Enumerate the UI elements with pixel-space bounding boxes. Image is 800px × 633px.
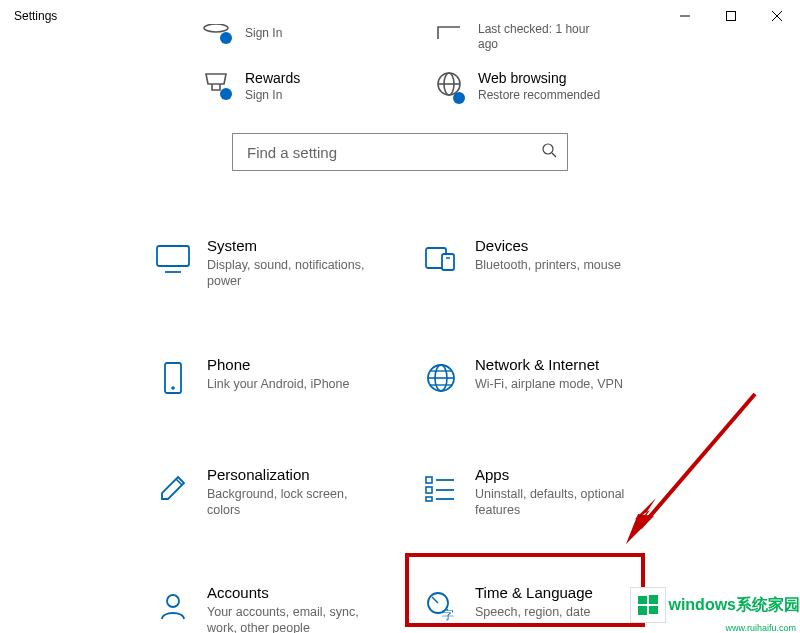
svg-point-8 (543, 144, 553, 154)
network-icon (419, 356, 463, 400)
tile-accounts-title: Accounts (207, 584, 377, 601)
tile-network[interactable]: Network & Internet Wi-Fi, airplane mode,… (413, 352, 681, 404)
svg-point-4 (204, 24, 228, 32)
svg-rect-10 (157, 246, 189, 266)
tile-apps[interactable]: Apps Uninstall, defaults, optional featu… (413, 462, 681, 523)
svg-rect-38 (649, 606, 658, 614)
watermark: windows系统家园 (630, 587, 800, 623)
status-web[interactable]: Web browsing Restore recommended (428, 70, 633, 103)
status-signin[interactable]: Sign In (195, 24, 400, 52)
status-rewards[interactable]: Rewards Sign In (195, 70, 400, 103)
tile-phone[interactable]: Phone Link your Android, iPhone (145, 352, 413, 404)
time-language-icon: 字 (419, 584, 463, 628)
svg-text:字: 字 (442, 608, 454, 622)
phone-icon (151, 356, 195, 400)
apps-icon (419, 466, 463, 510)
status-signin-sub: Sign In (245, 26, 282, 40)
close-button[interactable] (754, 0, 800, 32)
status-rewards-title: Rewards (245, 70, 300, 86)
search-icon (541, 142, 557, 162)
tile-time-sub: Speech, region, date (475, 604, 593, 620)
svg-point-29 (167, 595, 179, 607)
web-icon (435, 70, 463, 102)
tile-devices[interactable]: Devices Bluetooth, printers, mouse (413, 233, 681, 294)
svg-rect-1 (727, 12, 736, 21)
watermark-text: windows系统家园 (668, 595, 800, 616)
svg-rect-13 (442, 254, 454, 270)
svg-rect-23 (426, 477, 432, 483)
search-input[interactable] (247, 144, 541, 161)
maximize-button[interactable] (708, 0, 754, 32)
personalization-icon (151, 466, 195, 510)
tile-phone-title: Phone (207, 356, 349, 373)
devices-icon (419, 237, 463, 281)
svg-point-16 (171, 386, 175, 390)
signin-icon (202, 24, 230, 42)
search-wrap (0, 133, 800, 171)
svg-rect-35 (638, 596, 647, 604)
tile-accounts[interactable]: Accounts Your accounts, email, sync, wor… (145, 580, 413, 633)
tile-network-title: Network & Internet (475, 356, 623, 373)
tile-devices-title: Devices (475, 237, 621, 254)
tile-system[interactable]: System Display, sound, notifications, po… (145, 233, 413, 294)
tile-network-sub: Wi-Fi, airplane mode, VPN (475, 376, 623, 392)
tile-devices-sub: Bluetooth, printers, mouse (475, 257, 621, 273)
svg-rect-36 (649, 595, 658, 604)
svg-line-9 (552, 153, 556, 157)
watermark-logo-icon (630, 587, 666, 623)
tile-personal-title: Personalization (207, 466, 377, 483)
tile-phone-sub: Link your Android, iPhone (207, 376, 349, 392)
tile-system-sub: Display, sound, notifications, power (207, 257, 377, 290)
tile-time-title: Time & Language (475, 584, 593, 601)
status-update[interactable]: Last checked: 1 hour ago (428, 24, 633, 52)
rewards-icon (202, 70, 230, 98)
status-rewards-sub: Sign In (245, 88, 300, 102)
svg-rect-24 (426, 487, 432, 493)
update-icon (428, 24, 470, 44)
status-strip-2: Rewards Sign In Web browsing Restore rec… (0, 70, 800, 103)
tile-accounts-sub: Your accounts, email, sync, work, other … (207, 604, 377, 633)
status-web-sub: Restore recommended (478, 88, 600, 103)
system-icon (151, 237, 195, 281)
minimize-button[interactable] (662, 0, 708, 32)
window-controls (662, 0, 800, 32)
tile-personalization[interactable]: Personalization Background, lock screen,… (145, 462, 413, 523)
accounts-icon (151, 584, 195, 628)
tile-system-title: System (207, 237, 377, 254)
svg-rect-25 (426, 497, 432, 501)
search-box[interactable] (232, 133, 568, 171)
tile-personal-sub: Background, lock screen, colors (207, 486, 377, 519)
watermark-url: www.ruihaifu.com (725, 623, 796, 633)
window-title: Settings (14, 9, 57, 23)
settings-grid: System Display, sound, notifications, po… (0, 233, 800, 633)
status-update-sub: Last checked: 1 hour ago (478, 22, 608, 52)
svg-rect-37 (638, 606, 647, 615)
status-web-title: Web browsing (478, 70, 600, 86)
tile-apps-title: Apps (475, 466, 645, 483)
tile-apps-sub: Uninstall, defaults, optional features (475, 486, 645, 519)
